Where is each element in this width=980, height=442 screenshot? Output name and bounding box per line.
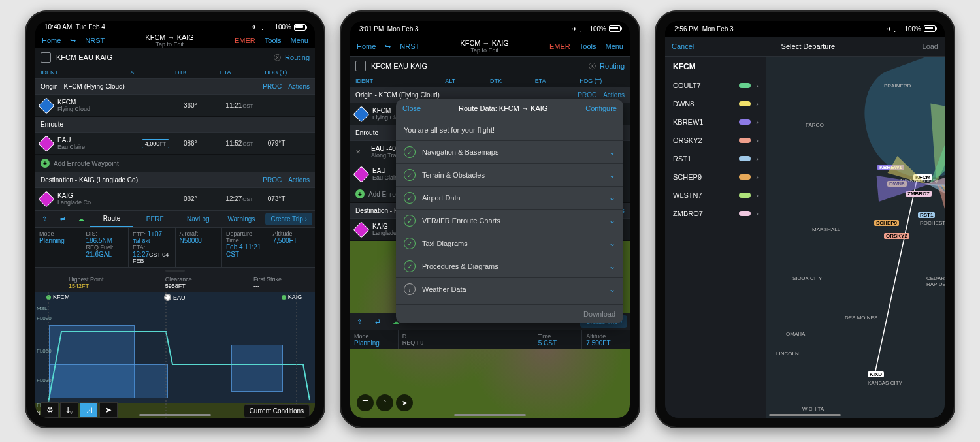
tool-settings[interactable]: ⚙ [41,402,59,418]
share-icon[interactable]: ⇪ [35,212,54,227]
profile-canvas[interactable]: KFCM EAU KAIG MSL FL090 FL060 FL030 FL00… [35,292,315,418]
svg-line-3 [874,181,917,377]
data-category-row[interactable]: ✓Airport Data⌄ [396,186,623,209]
tools-button[interactable]: Tools [577,40,599,52]
procedure-tag[interactable]: KIXD [868,371,884,377]
chevron-down-icon: ⌄ [609,170,615,180]
direct-to-button[interactable]: ↪ [382,40,393,53]
actions-button[interactable]: Actions [288,83,310,90]
current-conditions-button[interactable]: Current Conditions [244,404,310,418]
tab-strip: ⇪ ⇄ ☁︎ Route PERF NavLog Warnings Create… [35,210,315,228]
origin-header: Origin - KFCM (Flying Cloud) PROC Action… [35,79,315,95]
color-swatch [739,138,751,143]
nav-bar: Home ↪ NRST KFCM → KAIGTap to Edit EMER … [35,33,315,48]
chevron-down-icon: ⌄ [609,193,615,202]
map-city-label: MARSHALL [812,227,840,232]
waypoint-row[interactable]: EAUEau Claire 4,000FT 086° 11:52CST 079°… [35,133,315,155]
layers-button[interactable]: ☰ [357,394,374,411]
clear-icon[interactable]: ⓧ [274,53,281,63]
color-swatch [739,101,751,106]
tools-button[interactable]: Tools [262,35,284,46]
emer-button[interactable]: EMER [232,35,258,46]
menu-button[interactable]: Menu [287,35,311,46]
cancel-button[interactable]: Cancel [672,42,694,50]
create-trip-button[interactable]: Create Trip › [265,213,312,225]
tab-navlog[interactable]: NavLog [176,212,220,227]
airport-icon [38,97,54,114]
tab-warnings[interactable]: Warnings [220,212,263,227]
menu-button[interactable]: Menu [602,40,626,52]
departure-map[interactable]: BRAINERDDULUTHFARGOMINNEAPOLISMARSHALLSI… [766,57,945,418]
proc-button[interactable]: PROC [263,176,282,183]
proc-button[interactable]: PROC [263,83,282,90]
altitude-box[interactable]: Altitude7,500FT [269,228,316,267]
nrst-button[interactable]: NRST [82,35,107,46]
departure-item[interactable]: WLSTN7› [665,186,766,204]
data-category-row[interactable]: iWeather Data⌄ [396,277,623,300]
departure-item[interactable]: DWN8› [665,95,766,113]
chevron-down-icon: ⌄ [609,148,615,157]
routing-button[interactable]: Routing [285,54,310,61]
reverse-icon[interactable]: ⇄ [54,212,72,227]
add-waypoint-button[interactable]: + Add Enroute Waypoint [35,155,315,172]
routing-button[interactable]: Routing [600,62,625,70]
tool-nav[interactable]: ➤ [99,402,118,418]
direct-to-button[interactable]: ↪ [67,35,78,47]
chevron-right-icon: › [756,136,759,144]
tool-vnav[interactable]: ↆᵥ [60,402,78,418]
info-icon: i [404,283,416,295]
aircraft-box[interactable]: AircraftN5000J [176,228,223,267]
chevron-right-icon: › [756,210,759,217]
status-bar: 3:01 PM Mon Feb 3 ✈ ⋰ 100% [350,21,630,37]
notebook-icon[interactable] [355,61,366,71]
clear-icon[interactable]: ⓧ [589,61,596,71]
departure-item[interactable]: ORSKY2› [665,131,766,150]
column-headers: IDENT ALT DTK ETA HDG (T) [35,67,315,79]
info-strip: ModePlanning DIS: 186.5NMREQ Fuel: 21.6G… [35,228,315,267]
up-button[interactable]: ˄ [376,394,393,411]
home-button[interactable]: Home [39,35,63,46]
departure-item[interactable]: SCHEP9› [665,168,766,186]
chevron-right-icon: › [756,191,759,199]
mode-box[interactable]: ModePlanning [35,228,82,267]
ipad-2: 3:01 PM Mon Feb 3 ✈ ⋰ 100% Home ↪ NRST K… [340,10,640,428]
data-icon[interactable]: ☁︎ [72,212,90,227]
departure-item[interactable]: ZMBRO7› [665,204,766,223]
departure-item[interactable]: RST1› [665,150,766,168]
route-input[interactable] [370,61,585,71]
tab-route[interactable]: Route [90,211,133,227]
tab-perf[interactable]: PERF [133,212,176,227]
departure-item[interactable]: KBREW1› [665,113,766,131]
nrst-button[interactable]: NRST [397,40,422,52]
altitude-field[interactable]: 4,000FT [142,139,169,148]
ipad-3: 2:56 PM Mon Feb 3 ✈ ⋰ 100% Cancel Select… [655,10,955,428]
waypoint-row[interactable]: KAIGLanglade Co 082° 12:27CST 073°T [35,188,315,210]
download-button[interactable]: Download [583,310,615,318]
configure-button[interactable]: Configure [585,104,617,112]
procedure-tag[interactable]: SCHEP9 [874,220,899,226]
data-category-row[interactable]: ✓Terrain & Obstacles⌄ [396,163,623,186]
check-icon: ✓ [404,146,416,158]
chevron-down-icon: ⌄ [609,262,615,271]
map-city-label: LINCOLN [776,351,799,356]
data-category-row[interactable]: ✓Navigation & Basemaps⌄ [396,140,623,163]
route-input[interactable] [55,53,270,62]
nav-button[interactable]: ➤ [396,394,413,411]
data-category-row[interactable]: ✓Taxi Diagrams⌄ [396,232,623,255]
notebook-icon[interactable] [41,52,51,63]
waypoint-row[interactable]: KFCMFlying Cloud 360° 11:21CST --- [35,95,315,117]
data-category-row[interactable]: ✓Procedures & Diagrams⌄ [396,255,623,277]
data-category-row[interactable]: ✓VFR/IFR Enroute Charts⌄ [396,209,623,232]
actions-button[interactable]: Actions [288,176,310,183]
departure-time-box[interactable]: Departure TimeFeb 4 11:21 CST [222,228,269,267]
procedure-tag[interactable]: ORSKY2 [884,233,909,239]
load-button[interactable]: Load [923,42,938,50]
departure-item[interactable]: COULT7› [665,76,766,95]
route-title[interactable]: KFCM → KAIGTap to Edit [111,33,228,48]
close-button[interactable]: Close [402,104,421,112]
home-button[interactable]: Home [354,40,378,52]
tool-profile[interactable]: ⩘ [80,402,98,418]
map-city-label: DES MOINES [845,315,877,321]
emer-button[interactable]: EMER [547,40,573,52]
check-icon: ✓ [404,260,416,272]
